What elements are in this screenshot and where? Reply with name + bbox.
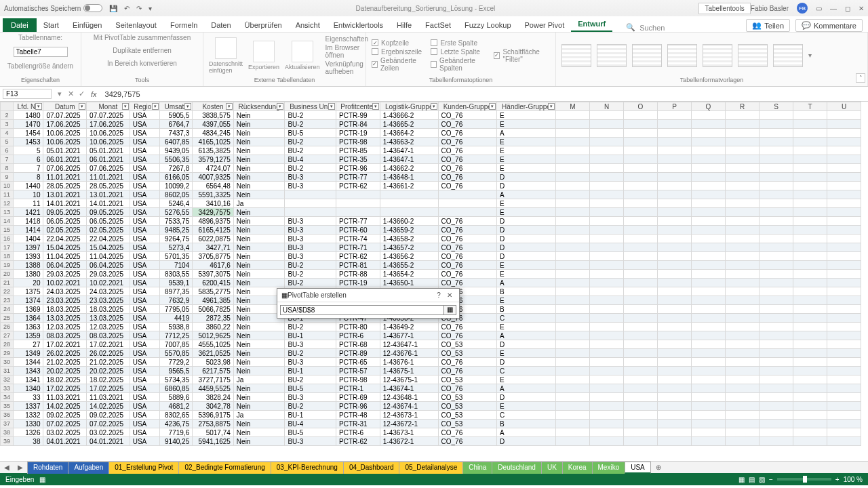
cell[interactable] [624,367,658,375]
cell[interactable] [827,226,861,235]
cell[interactable]: 5835,2775 [193,287,234,296]
zoom-in-icon[interactable]: + [835,476,840,483]
cell[interactable] [658,428,692,437]
cell[interactable]: 22.04.2025 [43,235,87,243]
cell[interactable] [760,226,793,235]
filter-icon[interactable]: ▾ [122,103,129,110]
cell[interactable] [793,235,827,243]
cell[interactable] [827,146,861,155]
cell[interactable] [658,120,692,129]
cell[interactable]: 7104 [159,261,193,270]
cell[interactable] [658,420,692,428]
row-header[interactable]: 5 [1,138,14,146]
cell[interactable]: USA [130,296,159,305]
cell[interactable] [760,323,793,331]
cell[interactable]: 1-43665-2 [380,120,438,129]
cell[interactable]: 5938,8 [159,323,193,331]
cell[interactable] [760,217,793,226]
cell[interactable] [590,208,624,217]
cell[interactable] [556,393,590,402]
cell[interactable]: 11.03.2021 [87,393,130,402]
table-style-3[interactable] [632,44,662,67]
cell[interactable] [590,331,624,340]
cell[interactable] [556,358,590,367]
cell[interactable]: Nein [233,420,285,428]
cell[interactable]: USA [130,367,159,375]
cell[interactable]: USA [130,261,159,270]
cell[interactable] [726,279,760,287]
cell[interactable]: PCTR-96 [336,164,380,173]
cell[interactable]: CO_76 [438,437,496,446]
cell[interactable] [827,305,861,314]
cell[interactable] [624,243,658,252]
cell[interactable]: USA [130,314,159,323]
cell[interactable]: 2872,35 [193,314,234,323]
cell[interactable] [793,270,827,279]
cell[interactable]: CO_76 [438,243,496,252]
column-header[interactable]: Region▾ [130,102,159,111]
cell[interactable] [556,235,590,243]
cell[interactable] [658,349,692,358]
row-header[interactable]: 10 [1,182,14,190]
cell[interactable] [658,243,692,252]
cell[interactable]: 8303,55 [159,270,193,279]
cell[interactable] [760,402,793,411]
row-header[interactable]: 25 [1,314,14,323]
share-button[interactable]: 👥 Teilen [746,19,790,32]
cell[interactable] [692,146,726,155]
cell[interactable] [556,287,590,296]
cell[interactable] [556,384,590,393]
cell[interactable] [658,323,692,331]
cell[interactable] [760,252,793,261]
cell[interactable] [336,190,380,199]
cell[interactable]: USA [130,331,159,340]
cell[interactable]: 11.04.2025 [87,252,130,261]
cell[interactable] [827,138,861,146]
cell[interactable] [556,217,590,226]
cell[interactable]: 1-43672-1 [380,437,438,446]
cell[interactable] [827,120,861,129]
row-header[interactable]: 39 [1,437,14,446]
cell[interactable] [590,217,624,226]
cell[interactable]: 4961,385 [193,296,234,305]
cell[interactable]: 20.02.2025 [87,367,130,375]
cell[interactable] [760,155,793,164]
cell[interactable]: 1337 [14,402,43,411]
row-header[interactable]: 27 [1,331,14,340]
cell[interactable]: 1-43677-1 [380,331,438,340]
cell[interactable]: Nein [233,182,285,190]
ext-properties-button[interactable]: Eigenschaften [326,35,368,43]
cell[interactable]: Nein [233,138,285,146]
cancel-icon[interactable]: ✕ [65,89,76,98]
cell[interactable] [556,411,590,420]
cell[interactable] [658,384,692,393]
cell[interactable]: CO_53 [438,402,496,411]
cell[interactable] [760,173,793,182]
row-header[interactable]: 33 [1,384,14,393]
dropdown-icon[interactable]: ▾ [54,89,65,98]
cell[interactable] [760,190,793,199]
tablename-input[interactable] [14,47,68,57]
close-icon[interactable]: ✕ [859,5,864,12]
cell[interactable]: 9539,1 [159,279,193,287]
cell[interactable] [827,384,861,393]
cell[interactable] [726,349,760,358]
cell[interactable]: 1-43657-2 [380,243,438,252]
cell[interactable]: 6564,48 [193,182,234,190]
cell[interactable]: 1369 [14,305,43,314]
cell[interactable] [793,199,827,208]
cell[interactable] [692,235,726,243]
cell[interactable]: 11 [14,199,43,208]
cell[interactable]: CO_76 [438,226,496,235]
cell[interactable]: USA [130,129,159,138]
cell[interactable]: A [496,428,555,437]
cell[interactable] [590,138,624,146]
cell[interactable]: 8302,65 [159,411,193,420]
cell[interactable]: 10 [14,190,43,199]
cell[interactable] [556,314,590,323]
cell[interactable]: 17.02.2021 [87,340,130,349]
cell[interactable]: 07.06.2025 [87,164,130,173]
cell[interactable] [556,367,590,375]
last-col-checkbox[interactable]: Letzte Spalte [431,48,488,56]
cell[interactable]: 1-43675-1 [380,367,438,375]
